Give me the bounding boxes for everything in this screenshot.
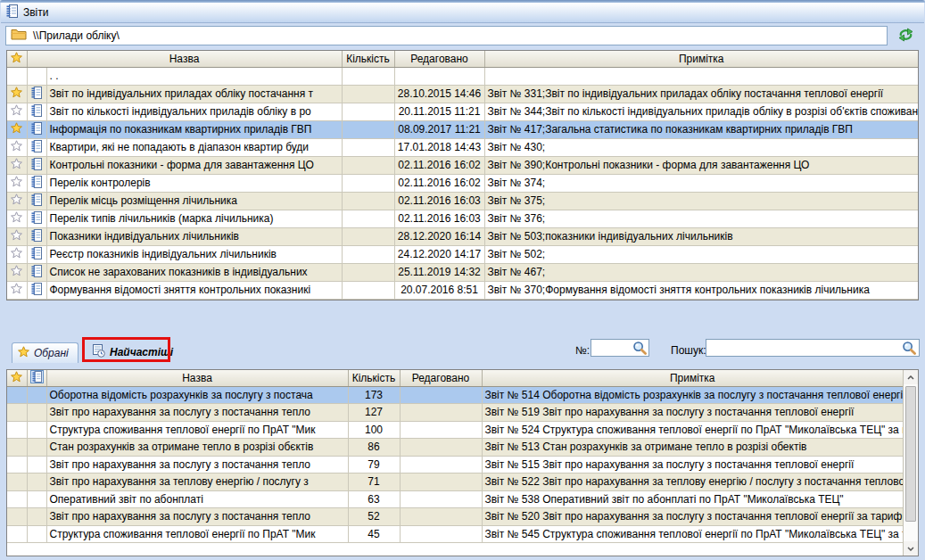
search-input[interactable]: [706, 339, 920, 357]
table-row[interactable]: Структура споживання теплової енергії по…: [7, 421, 903, 439]
column-header-name[interactable]: Назва: [46, 370, 348, 386]
chevron-down-icon[interactable]: [904, 541, 918, 556]
star-outline-icon[interactable]: [7, 174, 27, 192]
report-icon: [27, 245, 46, 263]
table-row[interactable]: Звіт про нарахування за послугу з постач…: [7, 456, 903, 474]
tab-frequent[interactable]: Найчастіші: [88, 342, 177, 363]
table-row[interactable]: Інформація по показникам квартирних прил…: [7, 120, 918, 138]
star-outline-icon[interactable]: [7, 245, 27, 263]
icon-cell: [27, 67, 46, 85]
report-icon[interactable]: [27, 370, 46, 386]
table-row[interactable]: Перелік контролерів02.11.2016 16:02Звіт …: [7, 174, 918, 192]
qty-cell: 86: [348, 439, 400, 457]
star-outline-icon[interactable]: [7, 281, 27, 299]
note-cell: Звіт № 545 Структура споживання теплової…: [482, 525, 903, 543]
name-cell: Стан розрахунків за отримане тепло в роз…: [46, 439, 348, 457]
report-icon: [27, 103, 46, 120]
table-row[interactable]: Звіт про нарахування за послугу з постач…: [7, 508, 903, 526]
qty-cell: 71: [348, 474, 400, 491]
star-filled-icon[interactable]: [7, 120, 27, 138]
table-row[interactable]: Формування відомості зняття контрольних …: [7, 281, 918, 299]
table-row[interactable]: Перелік місць розміщення лічильника02.11…: [7, 192, 918, 210]
column-header-name[interactable]: Назва: [27, 51, 342, 67]
report-icon: [27, 120, 46, 138]
column-header-note[interactable]: Примітка: [482, 370, 903, 386]
star-outline-icon[interactable]: [7, 210, 27, 227]
column-header-qty[interactable]: Кількість: [348, 370, 400, 386]
report-icon: [27, 85, 46, 103]
reports-table: Назва Кількість Редаговано Примітка . .З…: [6, 50, 919, 301]
star-filled-icon: [18, 346, 29, 360]
qty-cell: [342, 120, 394, 138]
qty-cell: [342, 174, 394, 192]
qty-cell: 100: [348, 421, 400, 439]
report-icon: [27, 508, 46, 526]
scrollbar-thumb[interactable]: [905, 386, 916, 522]
table-row[interactable]: Список не зарахованих показників в індив…: [7, 263, 918, 281]
star-filled-icon[interactable]: [7, 370, 27, 386]
report-icon: [27, 525, 46, 543]
qty-cell: [342, 192, 394, 210]
table-row[interactable]: Звіт по кількості індивідуальних приладі…: [7, 103, 918, 120]
note-cell: Звіт № 502;: [484, 245, 918, 263]
star-outline-icon[interactable]: [7, 192, 27, 210]
table-row[interactable]: Звіт по індивідуальних приладах обліку п…: [7, 85, 918, 103]
name-cell: Формування відомості зняття контрольних …: [46, 281, 342, 299]
report-icon: [27, 227, 46, 245]
star-filled-icon[interactable]: [7, 51, 27, 67]
chevron-up-icon[interactable]: [904, 370, 918, 384]
star-outline-icon[interactable]: [7, 138, 27, 156]
parent-folder-row[interactable]: . .: [7, 67, 918, 85]
report-icon: [27, 456, 46, 474]
name-cell: Структура споживання теплової енергії по…: [46, 421, 348, 439]
report-number-label: №:: [575, 344, 590, 357]
table-row[interactable]: Структура споживання теплової енергії по…: [7, 525, 903, 543]
refresh-button[interactable]: [896, 28, 915, 45]
column-header-note[interactable]: Примітка: [484, 51, 918, 67]
star-outline-icon[interactable]: [7, 103, 27, 120]
star-cell: [7, 474, 27, 491]
edited-cell: 02.11.2016 16:03: [394, 210, 484, 227]
star-outline-icon[interactable]: [7, 263, 27, 281]
edited-cell: 02.11.2016 16:02: [394, 156, 484, 174]
table-row[interactable]: Оперативний звіт по абонплаті63Звіт № 53…: [7, 490, 903, 508]
star-outline-icon[interactable]: [7, 227, 27, 245]
table-header-row: Назва Кількість Редаговано Примітка: [7, 51, 918, 67]
note-cell: Звіт № 417;Загальна статистика по показн…: [484, 120, 918, 138]
table-row[interactable]: Оборотна відомість розрахунків за послуг…: [7, 386, 903, 404]
star-filled-icon[interactable]: [7, 85, 27, 103]
table-row[interactable]: Стан розрахунків за отримане тепло в роз…: [7, 439, 903, 457]
star-cell: [7, 525, 27, 543]
edited-cell: [400, 439, 482, 457]
star-outline-icon[interactable]: [7, 156, 27, 174]
qty-cell: [342, 245, 394, 263]
column-header-qty[interactable]: Кількість: [342, 51, 394, 67]
table-row[interactable]: Перелік типів лічильників (марка лічильн…: [7, 210, 918, 227]
search-icon[interactable]: [902, 341, 917, 356]
edited-cell: 20.07.2016 8:51: [394, 281, 484, 299]
note-cell: Звіт № 514 Оборотна відомість розрахункі…: [482, 386, 903, 404]
edited-cell: [400, 421, 482, 439]
note-cell: Звіт № 370;Формування відомості зняття к…: [484, 281, 918, 299]
path-bar[interactable]: \\Прилади обліку\: [5, 26, 888, 45]
table-row[interactable]: Реєстр показників індивідуальних лічильн…: [7, 245, 918, 263]
table-row[interactable]: Звіт про нарахування за теплову енергію …: [7, 474, 903, 491]
column-header-edited[interactable]: Редаговано: [400, 370, 482, 386]
scrollbar-track[interactable]: [904, 384, 918, 541]
table-row[interactable]: Показники індивідуальних лічильників28.1…: [7, 227, 918, 245]
qty-cell: [342, 281, 394, 299]
table-row[interactable]: Звіт про нарахування за послугу з постач…: [7, 404, 903, 422]
report-icon: [27, 156, 46, 174]
vertical-scrollbar[interactable]: [903, 370, 918, 556]
table-row[interactable]: Квартири, які не попадають в діапазон кв…: [7, 138, 918, 156]
edited-cell: 24.12.2020 14:17: [394, 245, 484, 263]
search-icon[interactable]: [632, 341, 648, 356]
tab-favorites[interactable]: Обрані: [12, 342, 78, 363]
table-row[interactable]: Контрольні показники - форма для заванта…: [7, 156, 918, 174]
name-cell: Звіт про нарахування за послугу з постач…: [46, 508, 348, 526]
edited-cell: 20.11.2015 11:21: [394, 103, 484, 120]
qty-cell: [342, 85, 394, 103]
qty-cell: 127: [348, 404, 400, 422]
column-header-edited[interactable]: Редаговано: [394, 51, 484, 67]
note-cell: Звіт № 467;: [484, 263, 918, 281]
